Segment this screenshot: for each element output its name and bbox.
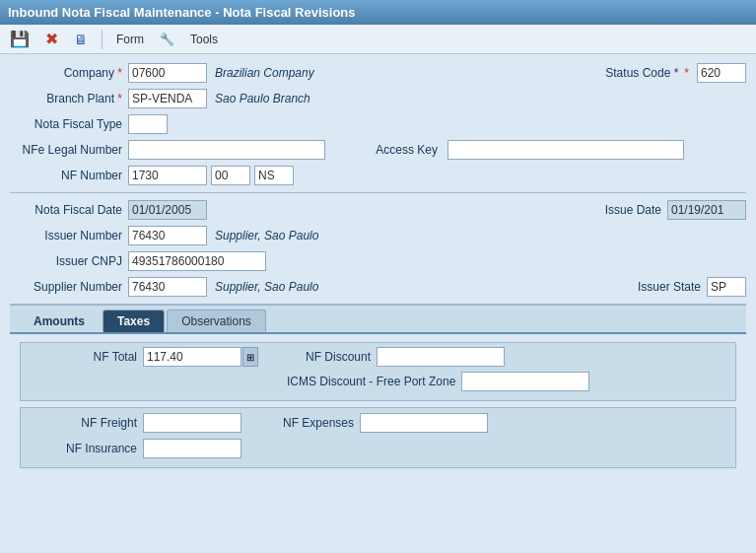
nfe-legal-row: NFe Legal Number Access Key (10, 139, 746, 161)
branch-plant-desc: Sao Paulo Branch (215, 92, 310, 105)
tab-observations[interactable]: Observations (167, 310, 266, 332)
icms-discount-input[interactable] (461, 372, 589, 391)
nf-total-label: NF Total (25, 350, 143, 364)
supplier-number-desc: Supplier, Sao Paulo (215, 280, 318, 294)
issuer-cnpj-label: Issuer CNPJ (10, 254, 128, 268)
nota-fiscal-type-label: Nota Fiscal Type (10, 117, 128, 131)
amounts-sub-section1: NF Total ⊞ NF Discount ICMS Discount - F… (20, 342, 736, 401)
tabs-section: Amounts Taxes Observations NF Total ⊞ NF… (10, 304, 746, 482)
nota-fiscal-date-label: Nota Fiscal Date (10, 203, 128, 217)
status-code-label: Status Code * (595, 66, 684, 80)
nf-insurance-label: NF Insurance (25, 442, 143, 455)
nf-expenses-label: NF Expenses (271, 416, 360, 430)
nf-number-row: NF Number (10, 165, 746, 186)
nf-insurance-row: NF Insurance (25, 438, 731, 459)
nota-fiscal-type-row: Nota Fiscal Type (10, 113, 746, 135)
toolbar-separator (102, 30, 103, 49)
app-title: Inbound Nota Fiscal Maintenance - Nota F… (8, 5, 356, 20)
nfe-legal-input[interactable] (128, 140, 325, 160)
nf-freight-row: NF Freight NF Expenses (25, 412, 731, 434)
tools-menu[interactable]: Tools (186, 31, 222, 48)
save-button[interactable]: 💾 (6, 28, 34, 50)
access-key-input[interactable] (447, 140, 684, 160)
nota-fiscal-type-input[interactable] (128, 114, 168, 134)
company-desc: Brazilian Company (215, 66, 314, 80)
nf-discount-input[interactable] (377, 347, 505, 367)
issue-date-input[interactable] (667, 200, 746, 220)
issue-date-label: Issue Date (579, 203, 667, 217)
cancel-button[interactable]: ✖ (41, 28, 62, 50)
company-input[interactable] (128, 63, 207, 83)
branch-plant-row: Branch Plant Sao Paulo Branch (10, 88, 746, 109)
nf-total-input-wrap: ⊞ (143, 347, 258, 367)
nf-discount-label: NF Discount (288, 350, 377, 364)
issuer-state-input[interactable] (707, 277, 746, 297)
status-code-input[interactable] (697, 63, 746, 83)
app-button[interactable]: 🖥 (70, 30, 92, 49)
amounts-sub-section2: NF Freight NF Expenses NF Insurance (20, 407, 736, 468)
tabs-header: Amounts Taxes Observations (10, 306, 746, 332)
branch-plant-input[interactable] (128, 89, 207, 108)
issuer-number-desc: Supplier, Sao Paulo (215, 229, 318, 242)
form-menu[interactable]: Form (112, 31, 148, 48)
nf-number-input2[interactable] (211, 166, 250, 185)
status-required-star (684, 66, 689, 80)
issuer-state-label: Issuer State (608, 280, 707, 294)
title-bar: Inbound Nota Fiscal Maintenance - Nota F… (0, 0, 756, 25)
nf-insurance-input[interactable] (143, 439, 241, 458)
nf-number-label: NF Number (10, 169, 128, 182)
nf-freight-label: NF Freight (25, 416, 143, 430)
tabs-content: NF Total ⊞ NF Discount ICMS Discount - F… (10, 332, 746, 482)
nf-total-input[interactable] (143, 347, 241, 367)
tools-icon: 🔧 (156, 31, 178, 48)
nota-fiscal-date-input[interactable] (128, 200, 207, 220)
tab-taxes[interactable]: Taxes (103, 310, 165, 332)
issuer-number-label: Issuer Number (10, 229, 128, 242)
supplier-number-input[interactable] (128, 277, 207, 297)
nf-expenses-input[interactable] (360, 413, 488, 433)
supplier-number-row: Supplier Number Supplier, Sao Paulo Issu… (10, 276, 746, 298)
nf-number-input1[interactable] (128, 166, 207, 185)
nf-freight-input[interactable] (143, 413, 241, 433)
branch-plant-label: Branch Plant (10, 92, 128, 105)
icms-discount-row: ICMS Discount - Free Port Zone (25, 371, 731, 392)
divider1 (10, 192, 746, 193)
issuer-cnpj-row: Issuer CNPJ (10, 250, 746, 272)
main-content: Company Brazilian Company Status Code * … (0, 54, 756, 552)
amounts-label: Amounts (20, 311, 99, 332)
supplier-number-label: Supplier Number (10, 280, 128, 294)
company-label: Company (10, 66, 128, 80)
nfe-legal-label: NFe Legal Number (10, 143, 128, 157)
access-key-label: Access Key (365, 143, 444, 157)
issuer-number-row: Issuer Number Supplier, Sao Paulo (10, 225, 746, 246)
company-row: Company Brazilian Company Status Code * (10, 62, 746, 84)
icms-discount-label: ICMS Discount - Free Port Zone (287, 375, 461, 388)
nf-total-row: NF Total ⊞ NF Discount (25, 347, 731, 367)
issuer-number-input[interactable] (128, 226, 207, 245)
issuer-cnpj-input[interactable] (128, 251, 266, 271)
nf-number-input3[interactable] (254, 166, 294, 185)
toolbar: 💾 ✖ 🖥 Form 🔧 Tools (0, 25, 756, 54)
calc-button[interactable]: ⊞ (242, 347, 258, 367)
nota-fiscal-date-row: Nota Fiscal Date Issue Date (10, 199, 746, 221)
